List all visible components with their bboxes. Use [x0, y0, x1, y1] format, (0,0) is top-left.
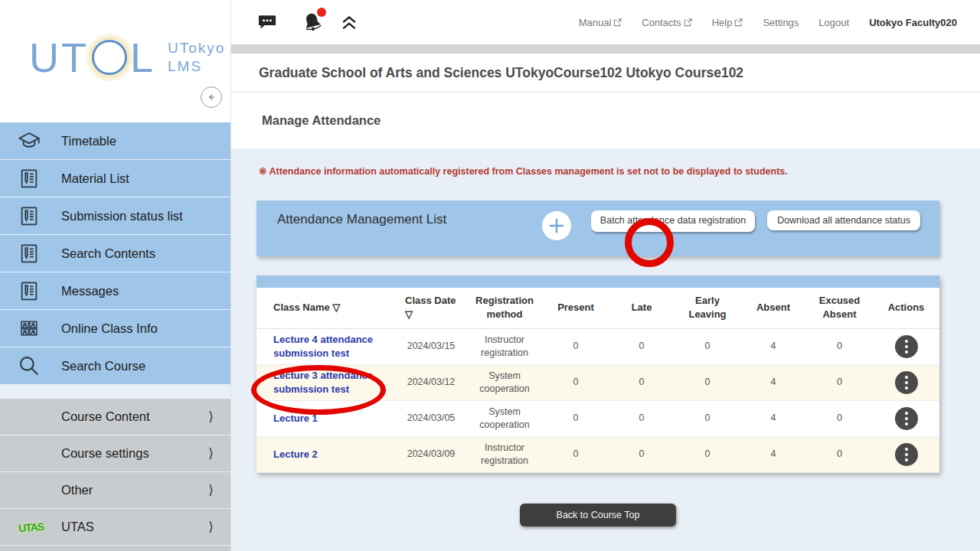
external-link-icon: [613, 18, 622, 27]
settings-link[interactable]: Settings: [763, 17, 799, 28]
sidebar-item-search-contents[interactable]: Search Contents: [0, 235, 230, 272]
sidebar-item-label: Timetable: [61, 134, 116, 148]
notifications-button[interactable]: [301, 11, 324, 34]
chevron-right-icon: ⟩: [208, 482, 214, 498]
course-title-bar: Graduate School of Arts and Sciences UTo…: [231, 54, 980, 93]
header-class-date[interactable]: Class Date ▽: [396, 288, 466, 328]
class-date: 2024/03/12: [396, 364, 466, 400]
external-link-icon: [734, 18, 743, 27]
early-leaving-count: 0: [675, 400, 740, 436]
sidebar-group-label: Course settings: [61, 446, 208, 461]
sidebar-group-course-settings[interactable]: Course settings ⟩: [0, 435, 230, 472]
kebab-icon: [905, 412, 908, 415]
sidebar-group-other[interactable]: Other ⟩: [0, 472, 230, 509]
help-link[interactable]: Help: [712, 17, 743, 28]
attendance-table: Class Name ▽ Class Date ▽ Registration m…: [256, 276, 939, 473]
header-absent: Absent: [740, 288, 806, 328]
table-row: Lecture 2 2024/03/09 Instructor registra…: [256, 436, 939, 472]
clipboard-icon: [15, 165, 43, 192]
back-button-row: Back to Course Top: [256, 504, 939, 527]
logout-link[interactable]: Logout: [818, 17, 849, 28]
present-count: 0: [543, 328, 609, 364]
clipboard-icon: [15, 202, 43, 230]
row-actions-menu-button[interactable]: [895, 407, 918, 430]
header-excused-absent: Excused Absent: [806, 288, 873, 328]
batch-attendance-button[interactable]: Batch attendance data registration: [591, 210, 755, 232]
sidebar-item-search-course[interactable]: Search Course: [0, 347, 230, 385]
sidebar-group-utas[interactable]: UTAS UTAS ⟩: [0, 509, 230, 546]
class-date: 2024/03/09: [396, 436, 466, 472]
sidebar-item-online-class-info[interactable]: Online Class Info: [0, 310, 230, 347]
header-class-name[interactable]: Class Name ▽: [256, 288, 396, 328]
table-row: Lecture 1 2024/03/05 System cooperation …: [256, 400, 939, 436]
class-link[interactable]: Lecture 1: [273, 412, 318, 424]
absent-count: 4: [740, 364, 806, 400]
sidebar-item-label: Online Class Info: [61, 321, 158, 336]
sidebar: UT L UTokyo LMS Timetable Material L: [0, 0, 231, 551]
page-title-bar: Manage Attendance: [231, 93, 980, 148]
logo-subtitle: UTokyo LMS: [168, 39, 225, 76]
present-count: 0: [543, 400, 609, 436]
people-grid-icon: [15, 315, 43, 342]
contacts-link[interactable]: Contacts: [642, 17, 691, 28]
header-late: Late: [609, 288, 675, 328]
app-window: UT L UTokyo LMS Timetable Material L: [0, 0, 980, 551]
excused-absent-count: 0: [806, 328, 873, 364]
sidebar-groups: Course Content ⟩ Course settings ⟩ Other…: [0, 399, 230, 551]
class-link[interactable]: Lecture 3 attendance submission test: [273, 370, 373, 395]
sidebar-item-label: Messages: [61, 284, 119, 298]
class-date: 2024/03/15: [396, 328, 466, 364]
chat-button[interactable]: [256, 11, 278, 33]
present-count: 0: [543, 364, 609, 400]
sidebar-item-timetable[interactable]: Timetable: [0, 122, 230, 160]
sidebar-item-messages[interactable]: Messages: [0, 272, 230, 310]
sidebar-item-label: Search Course: [61, 359, 145, 373]
registration-method: System cooperation: [466, 400, 543, 436]
kebab-icon: [905, 448, 908, 451]
sidebar-group-course-content[interactable]: Course Content ⟩: [0, 399, 230, 435]
double-chevron-up-icon: [339, 12, 359, 32]
table-top-strip: [256, 276, 939, 288]
logo-text-right: L: [130, 37, 155, 78]
class-link[interactable]: Lecture 4 attendance submission test: [273, 334, 373, 359]
course-title: Graduate School of Arts and Sciences UTo…: [259, 65, 743, 81]
class-date: 2024/03/05: [396, 400, 466, 436]
download-attendance-button[interactable]: Download all attendance status: [767, 210, 920, 230]
manual-link[interactable]: Manual: [579, 17, 622, 28]
registration-method: System cooperation: [466, 364, 543, 400]
row-actions-menu-button[interactable]: [895, 443, 918, 466]
back-to-course-top-button[interactable]: Back to Course Top: [520, 504, 677, 527]
sidebar-item-submission-status-list[interactable]: Submission status list: [0, 197, 230, 235]
sidebar-item-material-list[interactable]: Material List: [0, 160, 230, 197]
magnifier-icon: [15, 352, 43, 380]
late-count: 0: [609, 436, 675, 472]
class-link[interactable]: Lecture 2: [273, 448, 318, 460]
username[interactable]: Utokyo Faculty020: [869, 17, 957, 28]
collapse-topbar-button[interactable]: [339, 12, 359, 32]
early-leaving-count: 0: [675, 328, 740, 364]
notification-badge: [317, 8, 326, 17]
sidebar-group-label: UTAS: [61, 520, 208, 534]
chevron-right-icon: ⟩: [208, 409, 214, 425]
add-attendance-button[interactable]: [542, 211, 571, 240]
sidebar-item-label: Search Contents: [61, 246, 155, 261]
sidebar-collapse-button[interactable]: [201, 86, 222, 108]
external-link-icon: [684, 18, 692, 27]
row-actions-menu-button[interactable]: [895, 335, 918, 358]
row-actions-menu-button[interactable]: [895, 371, 918, 394]
late-count: 0: [609, 400, 675, 436]
sidebar-group-label: Other: [61, 483, 208, 497]
excused-absent-count: 0: [806, 400, 873, 436]
chat-bubble-icon: [256, 11, 278, 33]
kebab-icon: [905, 340, 908, 343]
sidebar-gap: [0, 385, 230, 399]
main-area: Manual Contacts Help Settings Logout Uto…: [231, 0, 980, 551]
logo-area: UT L UTokyo LMS: [0, 0, 230, 122]
late-count: 0: [609, 328, 675, 364]
table-header-row: Class Name ▽ Class Date ▽ Registration m…: [256, 288, 939, 328]
registration-method: Instructor registration: [466, 328, 543, 364]
utol-logo: UT L UTokyo LMS: [29, 37, 225, 78]
early-leaving-count: 0: [675, 364, 740, 400]
absent-count: 4: [740, 436, 806, 472]
kebab-icon: [905, 376, 908, 379]
